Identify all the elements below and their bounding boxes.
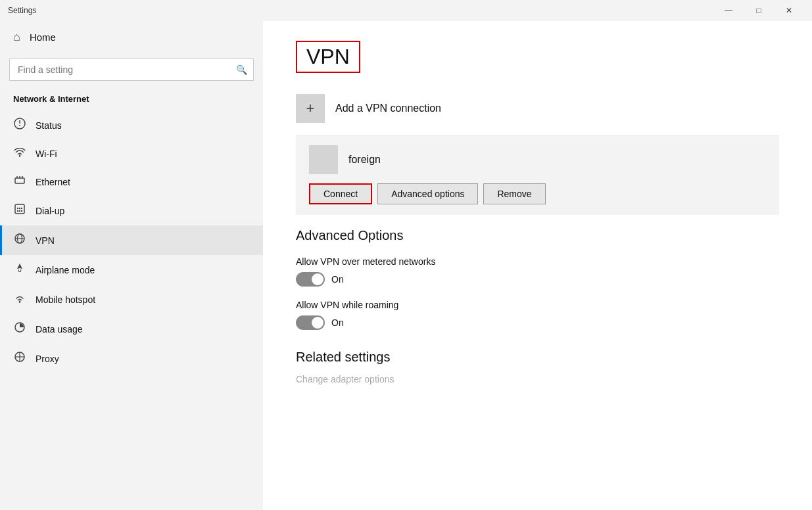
vpn-buttons: Connect Advanced options Remove: [309, 183, 766, 204]
metered-networks-label: Allow VPN over metered networks: [296, 256, 779, 267]
status-label: Status: [36, 120, 62, 131]
add-vpn-label: Add a VPN connection: [335, 103, 441, 114]
proxy-icon: [13, 351, 26, 366]
svg-point-13: [21, 210, 22, 212]
svg-point-11: [17, 210, 18, 212]
page-title-box: VPN: [296, 41, 360, 73]
hotspot-icon: [13, 292, 26, 307]
page-title: VPN: [306, 45, 350, 69]
minimize-button[interactable]: —: [713, 0, 744, 21]
search-input[interactable]: [9, 58, 254, 81]
sidebar-item-hotspot[interactable]: Mobile hotspot: [0, 285, 263, 314]
sidebar-item-status[interactable]: Status: [0, 110, 263, 140]
sidebar-section-title: Network & Internet: [0, 90, 263, 110]
advanced-options-title: Advanced Options: [296, 228, 779, 243]
titlebar: Settings — □ ✕: [0, 0, 812, 21]
status-icon: [13, 118, 26, 133]
vpn-entry-top: foreign: [309, 145, 766, 174]
svg-rect-3: [15, 178, 24, 183]
airplane-icon: [13, 262, 26, 277]
svg-point-2: [19, 125, 20, 126]
ethernet-icon: [13, 175, 26, 189]
main-content: VPN + Add a VPN connection foreign Conne…: [263, 21, 812, 510]
roaming-toggle[interactable]: [296, 315, 325, 330]
wifi-label: Wi-Fi: [36, 149, 57, 159]
metered-networks-status: On: [331, 274, 344, 285]
option-metered-networks: Allow VPN over metered networks On: [296, 256, 779, 287]
add-vpn-icon: +: [296, 94, 325, 123]
vpn-entry-icon: [309, 145, 338, 174]
sidebar-item-dialup[interactable]: Dial-up: [0, 196, 263, 225]
svg-point-10: [21, 208, 22, 209]
svg-point-8: [17, 208, 18, 209]
search-icon: 🔍: [236, 64, 247, 75]
sidebar: ⌂ Home 🔍 Network & Internet Status: [0, 21, 263, 510]
connect-button[interactable]: Connect: [309, 183, 372, 204]
app-body: ⌂ Home 🔍 Network & Internet Status: [0, 21, 812, 510]
maximize-button[interactable]: □: [744, 0, 774, 21]
svg-point-12: [19, 210, 20, 212]
sidebar-item-airplane[interactable]: Airplane mode: [0, 255, 263, 285]
ethernet-label: Ethernet: [36, 177, 70, 187]
sidebar-home[interactable]: ⌂ Home: [0, 21, 263, 53]
sidebar-item-vpn[interactable]: VPN: [0, 225, 263, 255]
vpn-nav-icon: [13, 233, 26, 248]
home-label: Home: [30, 32, 56, 43]
advanced-options-button[interactable]: Advanced options: [377, 183, 478, 204]
remove-button[interactable]: Remove: [483, 183, 545, 204]
hotspot-label: Mobile hotspot: [36, 294, 95, 305]
svg-point-9: [19, 208, 20, 209]
search-box: 🔍: [9, 58, 254, 81]
vpn-nav-label: VPN: [36, 235, 55, 246]
option-roaming: Allow VPN while roaming On: [296, 300, 779, 330]
roaming-status: On: [331, 317, 344, 328]
roaming-toggle-row: On: [296, 315, 779, 330]
sidebar-item-ethernet[interactable]: Ethernet: [0, 168, 263, 196]
vpn-name: foreign: [348, 154, 381, 166]
sidebar-item-wifi[interactable]: Wi-Fi: [0, 140, 263, 168]
advanced-options-section: Advanced Options Allow VPN over metered …: [296, 228, 779, 330]
dialup-label: Dial-up: [36, 206, 64, 216]
sidebar-item-proxy[interactable]: Proxy: [0, 344, 263, 373]
wifi-icon: [13, 147, 26, 160]
home-icon: ⌂: [13, 30, 20, 44]
dialup-icon: [13, 203, 26, 218]
metered-toggle-row: On: [296, 272, 779, 287]
roaming-label: Allow VPN while roaming: [296, 300, 779, 310]
related-settings-section: Related settings Change adapter options: [296, 350, 779, 384]
related-settings-title: Related settings: [296, 350, 779, 365]
airplane-label: Airplane mode: [36, 265, 95, 275]
close-button[interactable]: ✕: [774, 0, 804, 21]
vpn-entry: foreign Connect Advanced options Remove: [296, 135, 779, 215]
metered-networks-toggle[interactable]: [296, 272, 325, 287]
datausage-label: Data usage: [36, 324, 83, 335]
window-controls: — □ ✕: [713, 0, 804, 21]
change-adapter-link[interactable]: Change adapter options: [296, 374, 779, 384]
add-vpn-row[interactable]: + Add a VPN connection: [296, 91, 779, 126]
sidebar-item-datausage[interactable]: Data usage: [0, 314, 263, 344]
datausage-icon: [13, 321, 26, 336]
proxy-label: Proxy: [36, 354, 59, 364]
app-title: Settings: [8, 6, 36, 15]
